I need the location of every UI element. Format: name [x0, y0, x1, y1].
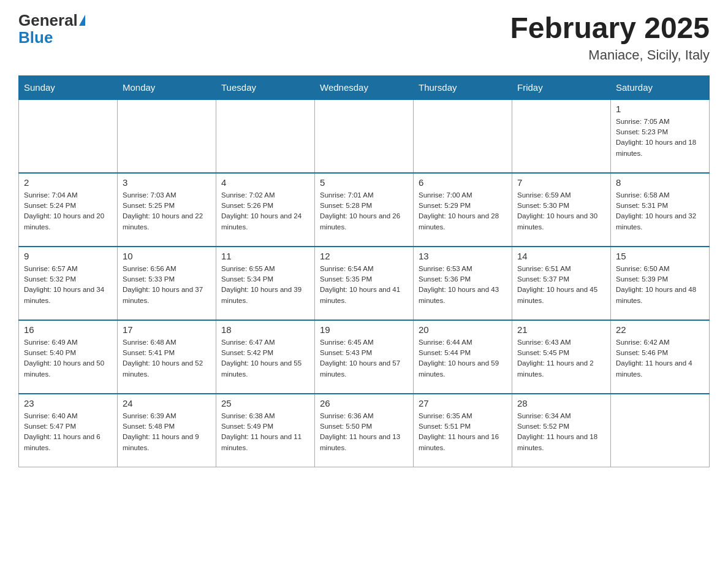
- day-info: Sunrise: 7:05 AMSunset: 5:23 PMDaylight:…: [616, 117, 704, 159]
- calendar-cell: 25Sunrise: 6:38 AMSunset: 5:49 PMDayligh…: [216, 394, 315, 467]
- calendar-cell: 16Sunrise: 6:49 AMSunset: 5:40 PMDayligh…: [19, 320, 118, 394]
- page-header: General Blue February 2025 Maniace, Sici…: [18, 12, 710, 63]
- day-number: 16: [24, 324, 112, 335]
- calendar-cell: 17Sunrise: 6:48 AMSunset: 5:41 PMDayligh…: [118, 320, 216, 394]
- day-number: 3: [123, 177, 211, 188]
- calendar-cell: [512, 99, 611, 173]
- calendar-cell: [315, 99, 414, 173]
- calendar-cell: 18Sunrise: 6:47 AMSunset: 5:42 PMDayligh…: [216, 320, 315, 394]
- day-number: 25: [221, 398, 309, 408]
- weekday-header-monday: Monday: [118, 75, 216, 99]
- calendar-cell: 8Sunrise: 6:58 AMSunset: 5:31 PMDaylight…: [611, 173, 710, 247]
- weekday-header-wednesday: Wednesday: [315, 75, 414, 99]
- day-number: 24: [123, 398, 211, 408]
- day-number: 4: [221, 177, 309, 188]
- day-info: Sunrise: 6:38 AMSunset: 5:49 PMDaylight:…: [221, 411, 309, 453]
- calendar-cell: 2Sunrise: 7:04 AMSunset: 5:24 PMDaylight…: [19, 173, 118, 247]
- day-number: 10: [123, 251, 211, 261]
- week-row-3: 9Sunrise: 6:57 AMSunset: 5:32 PMDaylight…: [19, 247, 710, 320]
- day-number: 28: [517, 398, 605, 408]
- calendar-cell: [118, 99, 216, 173]
- day-number: 1: [616, 104, 704, 114]
- day-number: 26: [320, 398, 408, 408]
- calendar-cell: 21Sunrise: 6:43 AMSunset: 5:45 PMDayligh…: [512, 320, 611, 394]
- calendar-cell: 14Sunrise: 6:51 AMSunset: 5:37 PMDayligh…: [512, 247, 611, 320]
- day-number: 5: [320, 177, 408, 188]
- weekday-header-sunday: Sunday: [19, 75, 118, 99]
- calendar-cell: 12Sunrise: 6:54 AMSunset: 5:35 PMDayligh…: [315, 247, 414, 320]
- day-info: Sunrise: 6:47 AMSunset: 5:42 PMDaylight:…: [221, 337, 309, 380]
- day-info: Sunrise: 7:04 AMSunset: 5:24 PMDaylight:…: [24, 190, 112, 232]
- day-info: Sunrise: 6:50 AMSunset: 5:39 PMDaylight:…: [616, 264, 704, 306]
- calendar-cell: 13Sunrise: 6:53 AMSunset: 5:36 PMDayligh…: [414, 247, 512, 320]
- logo: General Blue: [18, 12, 85, 47]
- day-number: 12: [320, 251, 408, 261]
- weekday-header-friday: Friday: [512, 75, 611, 99]
- week-row-1: 1Sunrise: 7:05 AMSunset: 5:23 PMDaylight…: [19, 99, 710, 173]
- day-info: Sunrise: 6:43 AMSunset: 5:45 PMDaylight:…: [517, 337, 605, 380]
- title-block: February 2025 Maniace, Sicily, Italy: [510, 12, 710, 63]
- calendar-cell: 15Sunrise: 6:50 AMSunset: 5:39 PMDayligh…: [611, 247, 710, 320]
- calendar-cell: 28Sunrise: 6:34 AMSunset: 5:52 PMDayligh…: [512, 394, 611, 467]
- calendar-cell: 19Sunrise: 6:45 AMSunset: 5:43 PMDayligh…: [315, 320, 414, 394]
- logo-general-text: General: [18, 12, 78, 28]
- calendar-cell: 3Sunrise: 7:03 AMSunset: 5:25 PMDaylight…: [118, 173, 216, 247]
- day-info: Sunrise: 6:40 AMSunset: 5:47 PMDaylight:…: [24, 411, 112, 453]
- calendar-cell: 11Sunrise: 6:55 AMSunset: 5:34 PMDayligh…: [216, 247, 315, 320]
- day-number: 8: [616, 177, 704, 188]
- day-number: 2: [24, 177, 112, 188]
- weekday-header-tuesday: Tuesday: [216, 75, 315, 99]
- day-info: Sunrise: 6:39 AMSunset: 5:48 PMDaylight:…: [123, 411, 211, 453]
- week-row-5: 23Sunrise: 6:40 AMSunset: 5:47 PMDayligh…: [19, 394, 710, 467]
- logo-triangle-icon: [79, 15, 85, 26]
- calendar-cell: 4Sunrise: 7:02 AMSunset: 5:26 PMDaylight…: [216, 173, 315, 247]
- day-number: 22: [616, 324, 704, 335]
- logo-blue-text: Blue: [18, 28, 53, 47]
- day-info: Sunrise: 7:02 AMSunset: 5:26 PMDaylight:…: [221, 190, 309, 232]
- day-info: Sunrise: 6:56 AMSunset: 5:33 PMDaylight:…: [123, 264, 211, 306]
- calendar-cell: 9Sunrise: 6:57 AMSunset: 5:32 PMDaylight…: [19, 247, 118, 320]
- day-number: 20: [419, 324, 507, 335]
- calendar-table: SundayMondayTuesdayWednesdayThursdayFrid…: [18, 75, 710, 468]
- weekday-header-thursday: Thursday: [414, 75, 512, 99]
- calendar-cell: 26Sunrise: 6:36 AMSunset: 5:50 PMDayligh…: [315, 394, 414, 467]
- day-number: 17: [123, 324, 211, 335]
- day-info: Sunrise: 6:44 AMSunset: 5:44 PMDaylight:…: [419, 337, 507, 380]
- day-info: Sunrise: 6:54 AMSunset: 5:35 PMDaylight:…: [320, 264, 408, 306]
- day-info: Sunrise: 6:49 AMSunset: 5:40 PMDaylight:…: [24, 337, 112, 380]
- calendar-cell: 23Sunrise: 6:40 AMSunset: 5:47 PMDayligh…: [19, 394, 118, 467]
- day-info: Sunrise: 6:59 AMSunset: 5:30 PMDaylight:…: [517, 190, 605, 232]
- day-info: Sunrise: 6:57 AMSunset: 5:32 PMDaylight:…: [24, 264, 112, 306]
- day-number: 11: [221, 251, 309, 261]
- day-number: 23: [24, 398, 112, 408]
- day-number: 19: [320, 324, 408, 335]
- day-info: Sunrise: 6:34 AMSunset: 5:52 PMDaylight:…: [517, 411, 605, 453]
- day-info: Sunrise: 6:51 AMSunset: 5:37 PMDaylight:…: [517, 264, 605, 306]
- week-row-4: 16Sunrise: 6:49 AMSunset: 5:40 PMDayligh…: [19, 320, 710, 394]
- day-info: Sunrise: 6:48 AMSunset: 5:41 PMDaylight:…: [123, 337, 211, 380]
- month-title: February 2025: [510, 12, 710, 45]
- day-number: 9: [24, 251, 112, 261]
- calendar-cell: 24Sunrise: 6:39 AMSunset: 5:48 PMDayligh…: [118, 394, 216, 467]
- calendar-cell: 20Sunrise: 6:44 AMSunset: 5:44 PMDayligh…: [414, 320, 512, 394]
- calendar-cell: [414, 99, 512, 173]
- weekday-header-saturday: Saturday: [611, 75, 710, 99]
- day-number: 7: [517, 177, 605, 188]
- day-number: 6: [419, 177, 507, 188]
- day-number: 21: [517, 324, 605, 335]
- day-info: Sunrise: 6:42 AMSunset: 5:46 PMDaylight:…: [616, 337, 704, 380]
- calendar-cell: 22Sunrise: 6:42 AMSunset: 5:46 PMDayligh…: [611, 320, 710, 394]
- calendar-cell: 27Sunrise: 6:35 AMSunset: 5:51 PMDayligh…: [414, 394, 512, 467]
- calendar-cell: [611, 394, 710, 467]
- day-info: Sunrise: 7:03 AMSunset: 5:25 PMDaylight:…: [123, 190, 211, 232]
- calendar-cell: 5Sunrise: 7:01 AMSunset: 5:28 PMDaylight…: [315, 173, 414, 247]
- day-info: Sunrise: 7:00 AMSunset: 5:29 PMDaylight:…: [419, 190, 507, 232]
- day-number: 14: [517, 251, 605, 261]
- day-info: Sunrise: 6:36 AMSunset: 5:50 PMDaylight:…: [320, 411, 408, 453]
- day-info: Sunrise: 6:35 AMSunset: 5:51 PMDaylight:…: [419, 411, 507, 453]
- calendar-cell: 10Sunrise: 6:56 AMSunset: 5:33 PMDayligh…: [118, 247, 216, 320]
- day-number: 15: [616, 251, 704, 261]
- day-number: 13: [419, 251, 507, 261]
- day-info: Sunrise: 7:01 AMSunset: 5:28 PMDaylight:…: [320, 190, 408, 232]
- calendar-cell: 6Sunrise: 7:00 AMSunset: 5:29 PMDaylight…: [414, 173, 512, 247]
